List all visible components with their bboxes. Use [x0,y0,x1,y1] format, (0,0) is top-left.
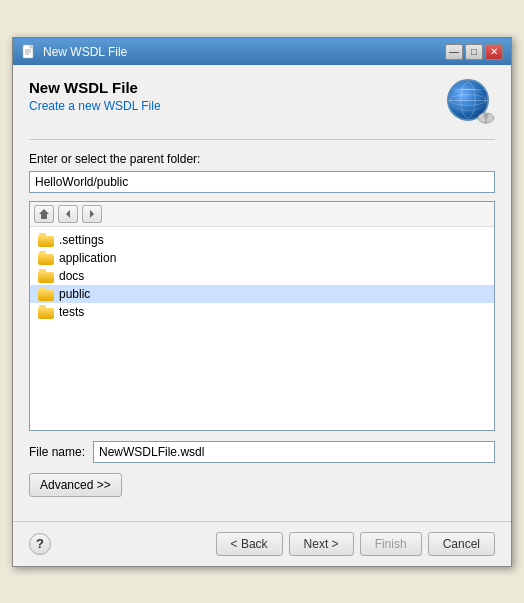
page-title: New WSDL File [29,79,161,96]
folder-icon [38,287,54,301]
tree-item[interactable]: .settings [30,231,494,249]
tree-items: .settingsapplicationdocspublictests [30,227,494,325]
file-name-label: File name: [29,445,85,459]
tree-item[interactable]: public [30,285,494,303]
help-button[interactable]: ? [29,533,51,555]
folder-icon [38,233,54,247]
svg-point-10 [484,114,488,118]
folder-path-input[interactable] [29,171,495,193]
main-window: New WSDL File — □ ✕ New WSDL File Create… [12,37,512,567]
file-name-input[interactable] [93,441,495,463]
svg-point-5 [461,81,475,117]
forward-button[interactable] [82,205,102,223]
footer-left: ? [29,533,51,555]
cancel-button[interactable]: Cancel [428,532,495,556]
window-icon [21,44,37,60]
close-button[interactable]: ✕ [485,44,503,60]
tree-item[interactable]: docs [30,267,494,285]
tree-item-label: application [59,251,116,265]
header-divider [29,139,495,140]
tree-item-label: docs [59,269,84,283]
minimize-button[interactable]: — [445,44,463,60]
folder-icon [38,251,54,265]
svg-point-6 [450,94,486,105]
tree-item-label: tests [59,305,84,319]
header-icon [447,79,495,127]
tree-item[interactable]: tests [30,303,494,321]
satellite-dish-icon [477,111,495,125]
svg-marker-12 [66,210,70,218]
next-button[interactable]: Next > [289,532,354,556]
title-bar-left: New WSDL File [21,44,127,60]
maximize-button[interactable]: □ [465,44,483,60]
header-text: New WSDL File Create a new WSDL File [29,79,161,113]
window-title: New WSDL File [43,45,127,59]
svg-marker-13 [90,210,94,218]
title-bar: New WSDL File — □ ✕ [13,39,511,65]
page-subtitle: Create a new WSDL File [29,99,161,113]
tree-item-label: public [59,287,90,301]
folder-icon [38,305,54,319]
title-bar-controls: — □ ✕ [445,44,503,60]
home-button[interactable] [34,205,54,223]
tree-item[interactable]: application [30,249,494,267]
advanced-button[interactable]: Advanced >> [29,473,122,497]
back-button[interactable] [58,205,78,223]
footer-buttons: < Back Next > Finish Cancel [216,532,495,556]
tree-item-label: .settings [59,233,104,247]
back-button[interactable]: < Back [216,532,283,556]
content-area: New WSDL File Create a new WSDL File [13,65,511,507]
svg-marker-11 [39,209,49,219]
folder-label: Enter or select the parent folder: [29,152,495,166]
svg-point-7 [450,89,486,111]
finish-button[interactable]: Finish [360,532,422,556]
footer: ? < Back Next > Finish Cancel [13,521,511,566]
header-section: New WSDL File Create a new WSDL File [29,79,495,127]
tree-toolbar [30,202,494,227]
folder-icon [38,269,54,283]
file-name-row: File name: [29,441,495,463]
folder-tree-container[interactable]: .settingsapplicationdocspublictests [29,201,495,431]
